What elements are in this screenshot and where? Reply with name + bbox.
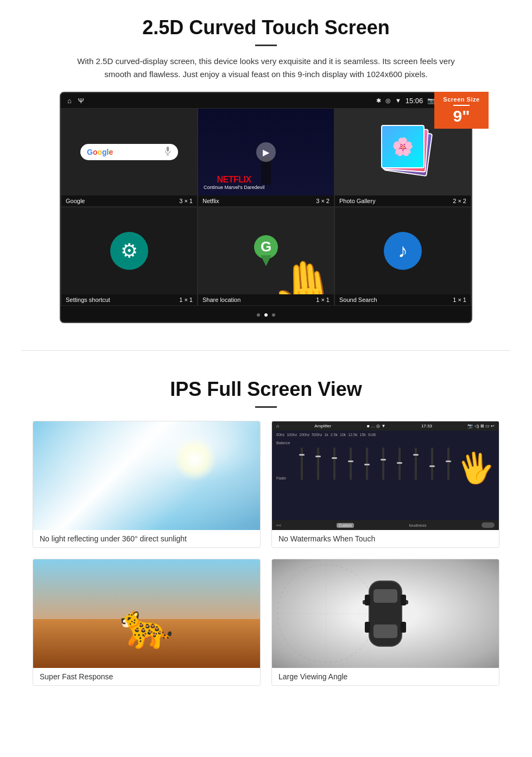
gallery-size: 2 × 2 [453,198,466,204]
amp-freq-labels: 60hz 100hz 200hz 500hz 1k 2.5k 10k 12.5k… [272,431,499,439]
eq-sliders [295,447,455,480]
feature-grid: No light reflecting under 360° direct su… [33,421,499,686]
freq-label-sub: SUB [368,433,376,437]
freq-label-9: 15k [359,433,365,437]
eq-thumb-8 [413,454,419,456]
section-ips: IPS Full Screen View No light reflecting… [0,367,532,702]
eq-thumb-6 [381,459,386,460]
eq-slider-8[interactable] [415,447,417,480]
svg-rect-13 [365,622,370,633]
camera-icon: 📷 [427,97,435,104]
settings-label-row: Settings shortcut 1 × 1 [61,294,197,305]
share-label-row: Share location 1 × 1 [198,294,334,305]
settings-icon-circle: ⚙ [110,232,148,270]
netflix-play-button[interactable]: ▶ [256,142,276,162]
eq-slider-4[interactable] [350,447,352,480]
pagination-dots [61,306,471,322]
device-wrapper: Screen Size 9" ⌂ Ψ ✱ ◎ ▼ 15:06 📷 ◁) ⊠ [60,92,472,323]
eq-slider-7[interactable] [398,447,401,480]
eq-slider-3[interactable] [333,447,335,480]
netflix-app-cell[interactable]: ▶ NETFLIX Continue Marvel's Daredevil Ne… [198,108,334,207]
eq-slider-2[interactable] [317,447,319,480]
google-search-bar[interactable]: Google [80,144,178,160]
eq-slider-6[interactable] [382,447,384,480]
status-left: ⌂ Ψ [67,97,84,105]
netflix-cell-content: ▶ NETFLIX Continue Marvel's Daredevil [198,109,334,195]
screen-size-number: 9" [438,108,485,124]
google-g-blue2: g [102,148,107,156]
screen-size-badge: Screen Size 9" [434,92,489,129]
google-app-cell[interactable]: Google Google 3 × 1 [61,108,198,207]
feature-sunlight: No light reflecting under 360° direct su… [33,421,261,548]
device-frame: ⌂ Ψ ✱ ◎ ▼ 15:06 📷 ◁) ⊠ ▭ [60,92,472,323]
gear-icon: ⚙ [121,239,138,262]
google-logo: Google [87,148,113,156]
freq-label-3: 200hz [299,433,309,437]
screen-size-label: Screen Size [438,96,485,103]
eq-slider-10[interactable] [447,447,449,480]
sound-cell-content: ♪ [335,207,471,294]
sunlight-image [33,421,260,530]
amplifier-image: ⌂ Amplifier ■ … ◎ ▼ 17:33 📷 ◁) ⊠ ▭ ↩ 60h… [272,421,499,530]
svg-rect-0 [167,147,169,152]
share-size: 1 × 1 [316,297,330,303]
netflix-size: 3 × 2 [316,198,330,204]
sunlight-caption: No light reflecting under 360° direct su… [33,530,260,547]
svg-rect-12 [401,595,406,605]
app-grid-row2: ⚙ Settings shortcut 1 × 1 [61,207,471,306]
amp-eq-section: Balance Fader [272,439,499,482]
sun-glow-effect [173,438,217,481]
google-g-red: o [93,148,98,156]
section-separator [22,350,510,351]
balance-label: Balance [276,441,293,445]
settings-size: 1 × 1 [179,297,193,303]
share-location-app-cell[interactable]: G 🤚 Share location 1 × 1 [198,207,334,306]
cheetah-emoji: 🐆 [119,601,174,652]
google-g-blue: G [87,148,93,156]
eq-thumb-4 [348,460,353,462]
photo-card-3: 🌸 [381,125,425,168]
feature-car: Large Viewing Angle [271,559,499,686]
share-cell-content: G 🤚 [198,207,334,294]
eq-slider-1[interactable] [301,447,303,480]
google-size: 3 × 1 [179,198,193,204]
loudness-toggle[interactable] [482,522,495,528]
settings-cell-content: ⚙ [61,207,197,294]
sound-label-row: Sound Search 1 × 1 [335,294,471,305]
lens-flare-effect [33,421,260,530]
gallery-label-row: Photo Gallery 2 × 2 [335,195,471,206]
status-time: 15:06 [406,97,423,105]
amp-back-btn[interactable]: << [276,523,281,528]
dot-3 [272,313,275,317]
svg-rect-8 [373,624,397,638]
freq-label-7: 10k [340,433,346,437]
amp-right-icons: 📷 ◁) ⊠ ▭ ↩ [467,424,495,428]
section-curved-screen: 2.5D Curved Touch Screen With 2.5D curve… [0,0,532,334]
music-icon-circle: ♪ [384,232,422,270]
sound-search-app-cell[interactable]: ♪ Sound Search 1 × 1 [334,207,471,306]
netflix-background: ▶ NETFLIX Continue Marvel's Daredevil [198,109,334,195]
touch-hand-icon: 🤚 [269,255,334,294]
google-label: Google [66,198,85,204]
netflix-label-row: Netflix 3 × 2 [198,195,334,206]
share-label: Share location [202,297,240,303]
eq-thumb-9 [429,465,435,467]
custom-button[interactable]: Custom [337,523,354,528]
cheetah-image: 🐆 [33,559,260,668]
sound-size: 1 × 1 [453,297,466,303]
cheetah-caption: Super Fast Response [33,668,260,685]
gallery-label: Photo Gallery [339,198,376,204]
eq-slider-5[interactable] [366,447,368,480]
eq-slider-9[interactable] [431,447,433,480]
amplifier-caption: No Watermarks When Touch [272,530,499,547]
google-cell-content: Google [61,109,197,195]
share-cell-inner: G 🤚 [198,207,334,294]
feature-cheetah: 🐆 Super Fast Response [33,559,261,686]
fader-label: Fader [276,476,293,480]
home-icon: ⌂ [67,97,72,105]
car-caption: Large Viewing Angle [272,668,499,685]
car-top-view-svg [353,570,418,657]
amp-footer: << Custom loudness [272,520,499,530]
settings-app-cell[interactable]: ⚙ Settings shortcut 1 × 1 [61,207,198,306]
amp-header: ⌂ Amplifier ■ … ◎ ▼ 17:33 📷 ◁) ⊠ ▭ ↩ [272,421,499,431]
